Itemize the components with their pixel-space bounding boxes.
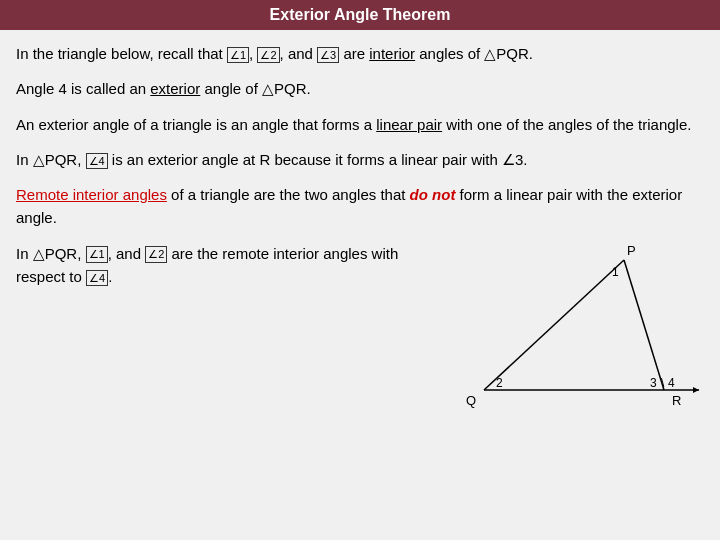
p3-underline: linear pair [376, 116, 442, 133]
p5-post: of a triangle are the two angles that [171, 186, 409, 203]
triangle-diagram: P 1 Q 2 R 3 4 \ [444, 242, 704, 422]
p3-pre: An exterior angle of a triangle is an an… [16, 116, 376, 133]
triangle-svg: P 1 Q 2 R 3 4 \ [444, 242, 704, 422]
label-3: 3 [650, 376, 657, 390]
p5-donot: do not [410, 186, 456, 203]
angle-1: ∠1 [227, 47, 249, 63]
svg-text:\: \ [661, 376, 665, 390]
title-text: Exterior Angle Theorem [270, 6, 451, 23]
content-area: In the triangle below, recall that ∠1, ∠… [0, 30, 720, 430]
paragraph-2: Angle 4 is called an exterior angle of △… [16, 77, 704, 100]
label-Q: Q [466, 393, 476, 408]
p4-post: is an exterior angle at R because it for… [112, 151, 528, 168]
paragraph-3: An exterior angle of a triangle is an an… [16, 113, 704, 136]
p5-remote: Remote interior angles [16, 186, 167, 203]
p2-pre: Angle 4 is called an [16, 80, 150, 97]
p2-underline: exterior [150, 80, 200, 97]
p4-pre: In △PQR, [16, 151, 86, 168]
svg-marker-4 [693, 387, 699, 393]
p1-are: are [343, 45, 369, 62]
p1-blank: interior [369, 45, 415, 62]
p1-angles: ∠1, ∠2, and ∠3 [227, 45, 343, 62]
label-2: 2 [496, 376, 503, 390]
svg-line-2 [624, 260, 664, 390]
paragraph-6: In △PQR, ∠1, and ∠2 are the remote inter… [16, 242, 444, 289]
angle-2: ∠2 [257, 47, 279, 63]
angle-2-ref2: ∠2 [145, 246, 167, 262]
p2-post: angle of △PQR. [204, 80, 310, 97]
p1-pre: In the triangle below, recall that [16, 45, 227, 62]
label-R: R [672, 393, 681, 408]
label-1: 1 [612, 265, 619, 279]
bottom-section: In △PQR, ∠1, and ∠2 are the remote inter… [16, 242, 704, 422]
label-P: P [627, 243, 636, 258]
angle-3: ∠3 [317, 47, 339, 63]
svg-line-0 [484, 260, 624, 390]
title-bar: Exterior Angle Theorem [0, 0, 720, 30]
angle-1-ref2: ∠1 [86, 246, 108, 262]
label-4: 4 [668, 376, 675, 390]
bottom-text: In △PQR, ∠1, and ∠2 are the remote inter… [16, 242, 444, 301]
paragraph-5: Remote interior angles of a triangle are… [16, 183, 704, 230]
p3-post: with one of the angles of the triangle. [446, 116, 691, 133]
paragraph-1: In the triangle below, recall that ∠1, ∠… [16, 42, 704, 65]
angle-4-ref2: ∠4 [86, 270, 108, 286]
paragraph-4: In △PQR, ∠4 is an exterior angle at R be… [16, 148, 704, 171]
p1-end: angles of △PQR. [419, 45, 533, 62]
angle-4-ref: ∠4 [86, 153, 108, 169]
